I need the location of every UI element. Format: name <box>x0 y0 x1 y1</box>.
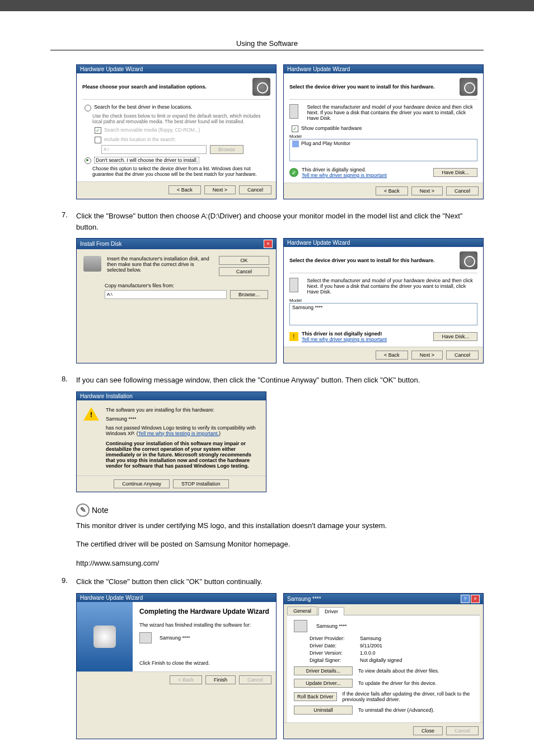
uninstall-button[interactable]: Uninstall <box>294 706 353 715</box>
wizard-complete: Hardware Update Wizard Completing the Ha… <box>76 593 277 739</box>
wizard-heading: Select the device driver you want to ins… <box>289 84 435 90</box>
titlebar: Install From Disk× <box>77 239 276 249</box>
note-paragraph-2: The certified driver will be posted on S… <box>76 539 484 550</box>
model-item: Plug and Play Monitor <box>301 141 350 146</box>
radio-dont-search-label: Don't search. I will choose the driver t… <box>94 157 199 164</box>
model-listbox[interactable]: Samsung **** <box>289 303 477 325</box>
warning-icon <box>83 407 99 421</box>
close-button[interactable]: Close <box>413 726 443 735</box>
title-text: Samsung **** <box>287 596 321 602</box>
close-icon[interactable]: × <box>471 595 480 603</box>
cancel-button[interactable]: Cancel <box>239 185 271 194</box>
version-value: 1.0.0.0 <box>360 650 376 656</box>
complete-text2: Click Finish to close the wizard. <box>139 660 269 666</box>
wizard-heading: Select the device driver you want to ins… <box>289 258 435 263</box>
cancel-button[interactable]: Cancel <box>239 675 271 684</box>
back-button[interactable]: < Back <box>376 351 408 360</box>
note-label: Note <box>92 506 109 515</box>
hw-logo-text: has not passed Windows Logo testing to v… <box>106 425 259 436</box>
cancel-button[interactable]: Cancel <box>219 267 269 276</box>
rollback-driver-button[interactable]: Roll Back Driver <box>294 692 337 701</box>
monitor-icon <box>289 104 298 119</box>
ok-button[interactable]: OK <box>219 256 269 265</box>
close-icon[interactable]: × <box>264 240 273 248</box>
back-button[interactable]: < Back <box>376 186 408 195</box>
finish-button[interactable]: Finish <box>205 675 236 684</box>
path-input[interactable]: A:\ <box>101 145 207 154</box>
signer-label: Digital Signer: <box>310 657 360 663</box>
step-number: 9. <box>62 576 76 587</box>
titlebar: Hardware Update Wizard <box>284 65 483 73</box>
monitor-icon <box>294 620 307 632</box>
browse-button[interactable]: Browse... <box>230 290 268 299</box>
cancel-button[interactable]: Cancel <box>446 186 479 195</box>
date-value: 9/11/2001 <box>360 643 382 648</box>
complete-device: Samsung **** <box>160 635 190 641</box>
radio-search[interactable] <box>85 105 91 111</box>
disk-icon <box>83 256 101 272</box>
next-button[interactable]: Next > <box>411 351 443 360</box>
wizard-desc: Select the manufacturer and model of you… <box>307 278 477 295</box>
titlebar: Hardware Update Wizard <box>77 65 276 73</box>
model-listbox[interactable]: Plug and Play Monitor <box>289 139 477 161</box>
have-disk-button[interactable]: Have Disk... <box>433 168 477 177</box>
copy-label: Copy manufacturer's files from: <box>105 283 269 288</box>
browse-button[interactable]: Browse <box>210 145 243 154</box>
back-button[interactable]: < Back <box>170 675 202 684</box>
model-item: Samsung **** <box>292 305 323 310</box>
next-button[interactable]: Next > <box>411 186 443 195</box>
back-button[interactable]: < Back <box>168 185 201 194</box>
stop-installation-button[interactable]: STOP Installation <box>173 479 229 488</box>
title-text: Install From Disk <box>80 241 121 247</box>
complete-text1: The wizard has finished installing the s… <box>139 622 269 628</box>
sig-text: This driver is digitally signed. <box>302 167 387 172</box>
update-driver-button[interactable]: Update Driver... <box>294 679 353 688</box>
have-disk-button[interactable]: Have Disk... <box>433 332 477 341</box>
note-paragraph-1: This monitor driver is under certifying … <box>76 520 484 531</box>
cancel-button[interactable]: Cancel <box>446 726 479 735</box>
titlebar: Samsung ****?× <box>284 594 483 604</box>
wizard-desc: Select the manufacturer and model of you… <box>307 104 477 121</box>
check-compatible-label: Show compatible hardware <box>301 125 362 131</box>
hw-device: Samsung **** <box>106 416 259 422</box>
device-name: Samsung **** <box>316 623 347 629</box>
continue-anyway-button[interactable]: Continue Anyway <box>114 479 170 488</box>
wizard-sidebar-image <box>77 602 133 671</box>
hw-line1: The software you are installing for this… <box>106 407 259 413</box>
check-compatible[interactable] <box>292 125 298 132</box>
monitor-icon <box>139 632 152 643</box>
path-combo[interactable]: A:\ <box>105 290 227 299</box>
check-removable[interactable] <box>95 127 101 134</box>
cancel-button[interactable]: Cancel <box>446 351 479 360</box>
step-number: 7. <box>62 211 76 232</box>
help-icon[interactable]: ? <box>461 595 470 603</box>
wizard-heading: Please choose your search and installati… <box>82 84 207 90</box>
sig-link[interactable]: Tell me why driver signing is important <box>302 337 387 342</box>
tab-general[interactable]: General <box>287 606 317 615</box>
unsigned-icon: ! <box>289 332 298 341</box>
radio-search-label: Search for the best driver in these loca… <box>94 104 193 110</box>
uninstall-desc: To uninstall the driver (Advanced). <box>358 707 434 713</box>
next-button[interactable]: Next > <box>204 185 236 194</box>
titlebar: Hardware Update Wizard <box>77 594 276 602</box>
sig-link[interactable]: Tell me why driver signing is important <box>302 172 387 178</box>
details-desc: To view details about the driver files. <box>358 668 439 674</box>
radio-search-desc: Use the check boxes below to limit or ex… <box>92 113 270 124</box>
title-text: Hardware Update Wizard <box>80 595 143 601</box>
logo-testing-link[interactable]: Tell me why this testing is important. <box>138 431 219 436</box>
check-location[interactable] <box>95 137 101 143</box>
note-icon: ✎ <box>76 503 90 517</box>
wizard-search-options: Hardware Update Wizard Please choose you… <box>76 64 277 199</box>
hardware-installation-dialog: Hardware Installation The software you a… <box>76 391 266 492</box>
signer-value: Not digitally signed <box>360 657 402 663</box>
wizard-select-driver-1: Hardware Update Wizard Select the device… <box>283 64 484 199</box>
complete-heading: Completing the Hardware Update Wizard <box>139 608 269 615</box>
driver-details-button[interactable]: Driver Details... <box>294 666 353 675</box>
wizard-icon <box>460 78 477 96</box>
note-url: http://www.samsung.com/ <box>76 558 484 569</box>
monitor-icon <box>289 278 298 292</box>
tab-driver[interactable]: Driver <box>318 607 344 615</box>
rollback-desc: If the device fails after updating the d… <box>343 691 473 702</box>
ifd-text: Insert the manufacturer's installation d… <box>107 256 213 276</box>
radio-dont-search[interactable] <box>85 157 91 164</box>
